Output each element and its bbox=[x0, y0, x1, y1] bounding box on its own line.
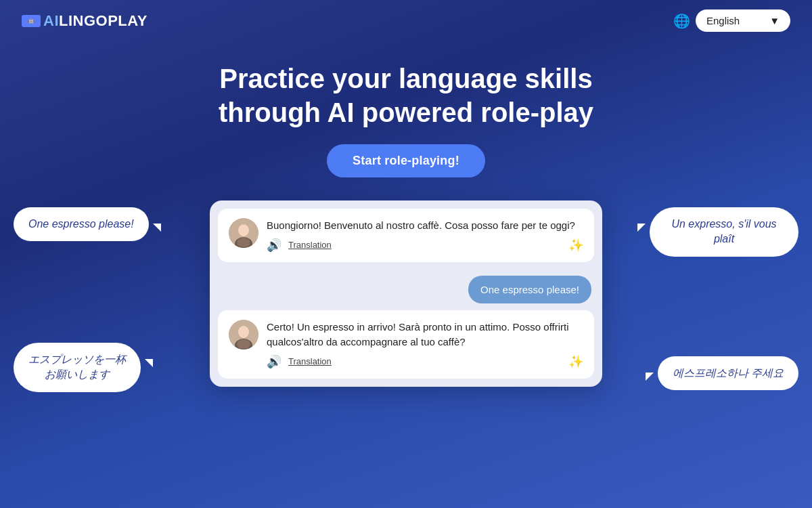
user-message: One espresso please! bbox=[210, 270, 602, 310]
hero-title-line1: Practice your language skills bbox=[219, 64, 592, 93]
language-dropdown[interactable]: English ▼ bbox=[696, 9, 790, 32]
bot-message-2-text: Certo! Un espresso in arrivo! Sarà pront… bbox=[267, 320, 583, 350]
bot-message-2-content: Certo! Un espresso in arrivo! Sarà pront… bbox=[267, 320, 583, 369]
hero-title-line2: through AI powered role-play bbox=[219, 98, 593, 127]
bot-message-2: Certo! Un espresso in arrivo! Sarà pront… bbox=[218, 310, 594, 379]
speaker-icon-2[interactable]: 🔊 bbox=[267, 354, 281, 369]
speaker-icon-1[interactable]: 🔊 bbox=[267, 238, 281, 253]
logo-ai: AI bbox=[43, 12, 59, 29]
bubble-left-top: One espresso please! bbox=[14, 207, 149, 241]
svg-point-3 bbox=[237, 238, 250, 247]
logo-text: AILINGOPLAY bbox=[43, 12, 148, 30]
bot-message-2-actions: 🔊 Translation ✨ bbox=[267, 354, 583, 369]
language-label: English bbox=[706, 15, 740, 26]
bubble-right-bottom: 에스프레소하나 주세요 bbox=[658, 356, 798, 390]
sparkle-icon-1: ✨ bbox=[568, 238, 583, 253]
bubble-right-top: Un expresso, s'il vous plaît bbox=[650, 207, 798, 257]
header: 🤖 AILINGOPLAY 🌐 English ▼ bbox=[0, 0, 812, 41]
demo-area: One espresso please! Un expresso, s'il v… bbox=[0, 200, 812, 387]
hero-title: Practice your language skills through AI… bbox=[0, 62, 812, 129]
chat-window: Buongiorno! Benvenuto al nostro caffè. C… bbox=[210, 200, 602, 387]
language-selector[interactable]: 🌐 English ▼ bbox=[673, 9, 790, 32]
bot-message-1-content: Buongiorno! Benvenuto al nostro caffè. C… bbox=[267, 218, 583, 253]
bot-message-1-actions: 🔊 Translation ✨ bbox=[267, 238, 583, 253]
chevron-down-icon: ▼ bbox=[769, 15, 780, 26]
sparkle-icon-2: ✨ bbox=[568, 354, 583, 369]
logo: 🤖 AILINGOPLAY bbox=[22, 12, 148, 30]
avatar-2 bbox=[229, 320, 258, 350]
globe-icon: 🌐 bbox=[673, 13, 690, 29]
bot-message-1: Buongiorno! Benvenuto al nostro caffè. C… bbox=[218, 209, 594, 262]
bot-message-1-text: Buongiorno! Benvenuto al nostro caffè. C… bbox=[267, 218, 583, 234]
logo-icon: 🤖 bbox=[22, 15, 41, 27]
hero-section: Practice your language skills through AI… bbox=[0, 41, 812, 194]
avatar-1 bbox=[229, 218, 258, 248]
translation-link-1[interactable]: Translation bbox=[288, 240, 332, 250]
svg-point-1 bbox=[238, 224, 249, 236]
start-roleplaying-button[interactable]: Start role-playing! bbox=[327, 144, 485, 177]
bubble-left-bottom: エスプレッソを一杯 お願いします bbox=[14, 343, 141, 392]
svg-point-7 bbox=[237, 339, 250, 349]
logo-main: LINGOPLAY bbox=[59, 12, 148, 29]
user-bubble: One espresso please! bbox=[468, 276, 591, 303]
translation-link-2[interactable]: Translation bbox=[288, 356, 332, 366]
svg-point-5 bbox=[238, 326, 249, 338]
